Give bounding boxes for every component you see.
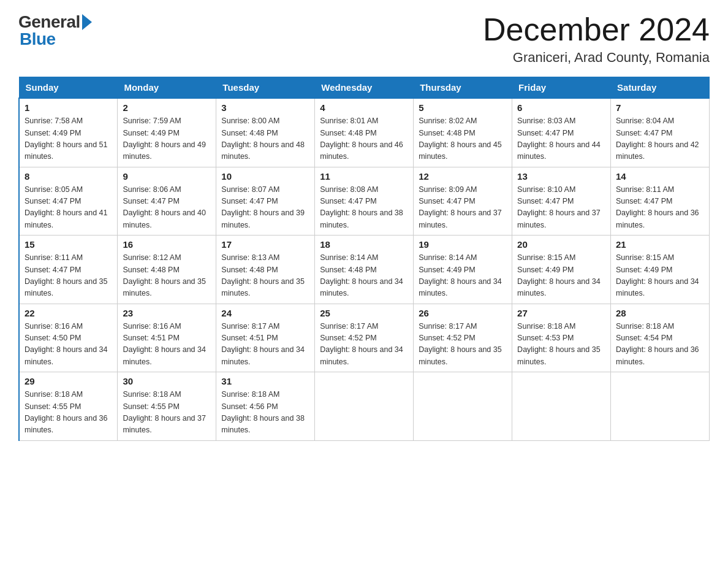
calendar-week-5: 29 Sunrise: 8:18 AMSunset: 4:55 PMDaylig… <box>19 372 710 441</box>
day-number: 8 <box>25 171 112 182</box>
day-info: Sunrise: 8:03 AMSunset: 4:47 PMDaylight:… <box>517 117 601 161</box>
title-block: December 2024 Graniceri, Arad County, Ro… <box>483 12 710 66</box>
day-info: Sunrise: 8:14 AMSunset: 4:48 PMDaylight:… <box>320 253 403 297</box>
day-number: 27 <box>517 308 605 318</box>
day-info: Sunrise: 8:18 AMSunset: 4:55 PMDaylight:… <box>25 390 108 434</box>
calendar-cell: 24 Sunrise: 8:17 AMSunset: 4:51 PMDaylig… <box>216 304 315 372</box>
calendar-week-3: 15 Sunrise: 8:11 AMSunset: 4:47 PMDaylig… <box>19 236 710 304</box>
header-saturday: Saturday <box>611 77 710 99</box>
day-number: 23 <box>123 308 211 318</box>
calendar-cell: 20 Sunrise: 8:15 AMSunset: 4:49 PMDaylig… <box>512 236 611 304</box>
day-info: Sunrise: 8:18 AMSunset: 4:55 PMDaylight:… <box>123 390 206 434</box>
day-info: Sunrise: 8:17 AMSunset: 4:52 PMDaylight:… <box>320 322 403 366</box>
day-number: 14 <box>616 171 704 182</box>
calendar-cell: 3 Sunrise: 8:00 AMSunset: 4:48 PMDayligh… <box>216 98 315 167</box>
day-info: Sunrise: 8:05 AMSunset: 4:47 PMDaylight:… <box>25 185 108 229</box>
day-info: Sunrise: 8:18 AMSunset: 4:54 PMDaylight:… <box>616 322 699 366</box>
page-header: General Blue December 2024 Graniceri, Ar… <box>18 12 710 66</box>
day-info: Sunrise: 8:17 AMSunset: 4:51 PMDaylight:… <box>221 322 305 366</box>
day-number: 26 <box>419 308 507 318</box>
day-number: 13 <box>517 171 605 182</box>
day-info: Sunrise: 8:11 AMSunset: 4:47 PMDaylight:… <box>616 185 699 229</box>
day-number: 7 <box>616 102 704 113</box>
day-number: 19 <box>419 239 507 250</box>
logo-blue-text: Blue <box>20 29 56 49</box>
day-number: 28 <box>616 308 704 318</box>
calendar-cell: 18 Sunrise: 8:14 AMSunset: 4:48 PMDaylig… <box>315 236 414 304</box>
day-info: Sunrise: 8:09 AMSunset: 4:47 PMDaylight:… <box>419 185 502 229</box>
day-number: 6 <box>517 102 605 113</box>
calendar-body: 1 Sunrise: 7:58 AMSunset: 4:49 PMDayligh… <box>19 98 710 440</box>
calendar-cell: 28 Sunrise: 8:18 AMSunset: 4:54 PMDaylig… <box>611 304 710 372</box>
day-number: 3 <box>221 102 309 113</box>
day-number: 1 <box>25 102 112 113</box>
day-number: 12 <box>419 171 507 182</box>
day-info: Sunrise: 8:07 AMSunset: 4:47 PMDaylight:… <box>221 185 305 229</box>
calendar-cell: 26 Sunrise: 8:17 AMSunset: 4:52 PMDaylig… <box>414 304 512 372</box>
day-info: Sunrise: 8:06 AMSunset: 4:47 PMDaylight:… <box>123 185 206 229</box>
day-number: 4 <box>320 102 408 113</box>
day-info: Sunrise: 7:59 AMSunset: 4:49 PMDaylight:… <box>123 117 206 161</box>
calendar-cell: 19 Sunrise: 8:14 AMSunset: 4:49 PMDaylig… <box>414 236 512 304</box>
day-info: Sunrise: 8:00 AMSunset: 4:48 PMDaylight:… <box>221 117 305 161</box>
day-info: Sunrise: 8:16 AMSunset: 4:51 PMDaylight:… <box>123 322 206 366</box>
calendar-cell: 29 Sunrise: 8:18 AMSunset: 4:55 PMDaylig… <box>19 372 118 441</box>
day-number: 18 <box>320 239 408 250</box>
calendar-cell: 5 Sunrise: 8:02 AMSunset: 4:48 PMDayligh… <box>414 98 512 167</box>
day-info: Sunrise: 8:13 AMSunset: 4:48 PMDaylight:… <box>221 253 305 297</box>
header-friday: Friday <box>512 77 611 99</box>
day-number: 10 <box>221 171 309 182</box>
header-tuesday: Tuesday <box>216 77 315 99</box>
day-info: Sunrise: 8:16 AMSunset: 4:50 PMDaylight:… <box>25 322 108 366</box>
day-number: 24 <box>221 308 309 318</box>
header-thursday: Thursday <box>414 77 512 99</box>
calendar-cell: 23 Sunrise: 8:16 AMSunset: 4:51 PMDaylig… <box>118 304 216 372</box>
calendar-cell: 12 Sunrise: 8:09 AMSunset: 4:47 PMDaylig… <box>414 167 512 236</box>
day-number: 21 <box>616 239 704 250</box>
calendar-cell: 1 Sunrise: 7:58 AMSunset: 4:49 PMDayligh… <box>19 98 118 167</box>
calendar-title: December 2024 <box>483 12 710 47</box>
calendar-week-2: 8 Sunrise: 8:05 AMSunset: 4:47 PMDayligh… <box>19 167 710 236</box>
day-info: Sunrise: 8:10 AMSunset: 4:47 PMDaylight:… <box>517 185 601 229</box>
day-number: 16 <box>123 239 211 250</box>
day-info: Sunrise: 8:04 AMSunset: 4:47 PMDaylight:… <box>616 117 699 161</box>
day-info: Sunrise: 8:12 AMSunset: 4:48 PMDaylight:… <box>123 253 206 297</box>
day-number: 29 <box>25 376 112 386</box>
calendar-cell: 21 Sunrise: 8:15 AMSunset: 4:49 PMDaylig… <box>611 236 710 304</box>
day-number: 9 <box>123 171 211 182</box>
day-number: 31 <box>221 376 309 386</box>
calendar-cell <box>611 372 710 441</box>
calendar-cell: 14 Sunrise: 8:11 AMSunset: 4:47 PMDaylig… <box>611 167 710 236</box>
calendar-cell: 13 Sunrise: 8:10 AMSunset: 4:47 PMDaylig… <box>512 167 611 236</box>
day-info: Sunrise: 8:14 AMSunset: 4:49 PMDaylight:… <box>419 253 502 297</box>
day-number: 20 <box>517 239 605 250</box>
calendar-cell: 25 Sunrise: 8:17 AMSunset: 4:52 PMDaylig… <box>315 304 414 372</box>
calendar-cell: 2 Sunrise: 7:59 AMSunset: 4:49 PMDayligh… <box>118 98 216 167</box>
logo-triangle-icon <box>82 14 92 30</box>
calendar-cell: 30 Sunrise: 8:18 AMSunset: 4:55 PMDaylig… <box>118 372 216 441</box>
calendar-table: SundayMondayTuesdayWednesdayThursdayFrid… <box>18 77 710 441</box>
day-number: 22 <box>25 308 112 318</box>
day-info: Sunrise: 8:18 AMSunset: 4:53 PMDaylight:… <box>517 322 601 366</box>
day-info: Sunrise: 7:58 AMSunset: 4:49 PMDaylight:… <box>25 117 108 161</box>
header-monday: Monday <box>118 77 216 99</box>
calendar-cell: 4 Sunrise: 8:01 AMSunset: 4:48 PMDayligh… <box>315 98 414 167</box>
calendar-header-row: SundayMondayTuesdayWednesdayThursdayFrid… <box>19 77 710 99</box>
calendar-cell: 22 Sunrise: 8:16 AMSunset: 4:50 PMDaylig… <box>19 304 118 372</box>
day-number: 5 <box>419 102 507 113</box>
day-info: Sunrise: 8:01 AMSunset: 4:48 PMDaylight:… <box>320 117 403 161</box>
day-info: Sunrise: 8:11 AMSunset: 4:47 PMDaylight:… <box>25 253 108 297</box>
day-number: 15 <box>25 239 112 250</box>
calendar-week-1: 1 Sunrise: 7:58 AMSunset: 4:49 PMDayligh… <box>19 98 710 167</box>
day-number: 11 <box>320 171 408 182</box>
day-number: 2 <box>123 102 211 113</box>
day-number: 30 <box>123 376 211 386</box>
day-number: 25 <box>320 308 408 318</box>
header-sunday: Sunday <box>19 77 118 99</box>
calendar-week-4: 22 Sunrise: 8:16 AMSunset: 4:50 PMDaylig… <box>19 304 710 372</box>
calendar-cell: 27 Sunrise: 8:18 AMSunset: 4:53 PMDaylig… <box>512 304 611 372</box>
calendar-cell: 6 Sunrise: 8:03 AMSunset: 4:47 PMDayligh… <box>512 98 611 167</box>
day-number: 17 <box>221 239 309 250</box>
logo: General Blue <box>18 12 92 49</box>
calendar-subtitle: Graniceri, Arad County, Romania <box>483 50 710 66</box>
